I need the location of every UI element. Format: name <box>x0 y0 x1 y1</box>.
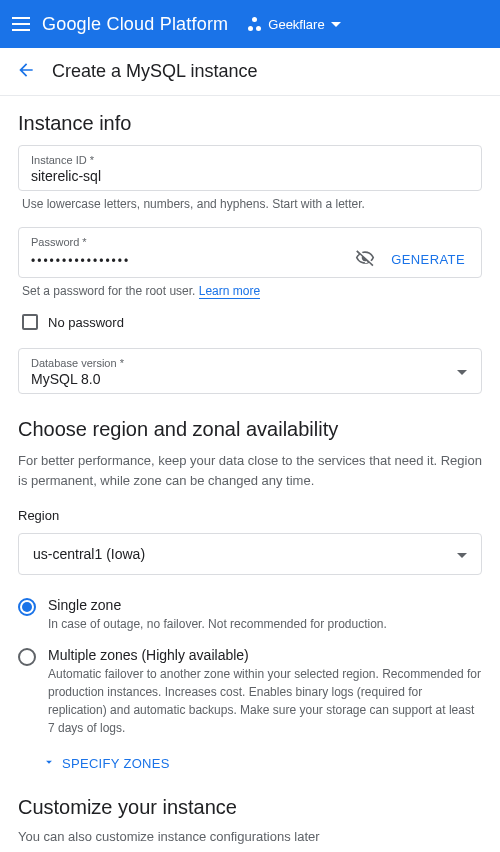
password-input[interactable] <box>31 252 343 268</box>
single-zone-desc: In case of outage, no failover. Not reco… <box>48 615 387 633</box>
multiple-zones-radio[interactable] <box>18 648 36 666</box>
no-password-row[interactable]: No password <box>18 314 482 330</box>
password-field[interactable]: Password * GENERATE <box>18 227 482 278</box>
multiple-zones-label: Multiple zones (Highly available) <box>48 647 482 663</box>
instance-id-input[interactable] <box>31 166 469 184</box>
product-name: Google Cloud Platform <box>42 14 228 35</box>
instance-id-label: Instance ID * <box>31 154 469 166</box>
multiple-zones-option[interactable]: Multiple zones (Highly available) Automa… <box>18 647 482 737</box>
content: Instance info Instance ID * Use lowercas… <box>0 96 500 852</box>
region-desc: For better performance, keep your data c… <box>18 451 482 490</box>
instance-id-helper: Use lowercase letters, numbers, and hyph… <box>22 197 478 211</box>
region-select[interactable]: us-central1 (Iowa) <box>18 533 482 575</box>
visibility-off-icon[interactable] <box>355 248 375 271</box>
region-label: Region <box>18 508 482 523</box>
chevron-down-icon <box>457 370 467 375</box>
project-selector[interactable]: Geekflare <box>248 17 340 32</box>
region-heading: Choose region and zonal availability <box>18 418 482 441</box>
generate-button[interactable]: GENERATE <box>387 252 469 267</box>
database-version-label: Database version * <box>31 357 469 369</box>
project-icon <box>248 17 262 31</box>
specify-zones-button[interactable]: SPECIFY ZONES <box>42 755 482 772</box>
learn-more-link[interactable]: Learn more <box>199 284 260 299</box>
chevron-down-icon <box>457 553 467 558</box>
database-version-select[interactable]: Database version * MySQL 8.0 <box>18 348 482 394</box>
instance-info-heading: Instance info <box>18 112 482 135</box>
region-value: us-central1 (Iowa) <box>33 546 145 562</box>
top-bar: Google Cloud Platform Geekflare <box>0 0 500 48</box>
no-password-checkbox[interactable] <box>22 314 38 330</box>
single-zone-option[interactable]: Single zone In case of outage, no failov… <box>18 597 482 633</box>
multiple-zones-desc: Automatic failover to another zone withi… <box>48 665 482 737</box>
page-header: Create a MySQL instance <box>0 48 500 96</box>
customize-desc: You can also customize instance configur… <box>18 829 482 844</box>
database-version-value: MySQL 8.0 <box>31 369 469 387</box>
single-zone-radio[interactable] <box>18 598 36 616</box>
chevron-down-icon <box>331 22 341 27</box>
back-arrow-icon[interactable] <box>16 60 36 83</box>
customize-heading: Customize your instance <box>18 796 482 819</box>
password-label: Password * <box>31 236 469 248</box>
single-zone-label: Single zone <box>48 597 387 613</box>
no-password-label: No password <box>48 315 124 330</box>
project-name: Geekflare <box>268 17 324 32</box>
chevron-down-icon <box>42 755 56 772</box>
instance-id-field[interactable]: Instance ID * <box>18 145 482 191</box>
zone-availability-group: Single zone In case of outage, no failov… <box>18 597 482 737</box>
page-title: Create a MySQL instance <box>52 61 257 82</box>
menu-icon[interactable] <box>12 17 30 31</box>
password-helper: Set a password for the root user. Learn … <box>22 284 478 298</box>
